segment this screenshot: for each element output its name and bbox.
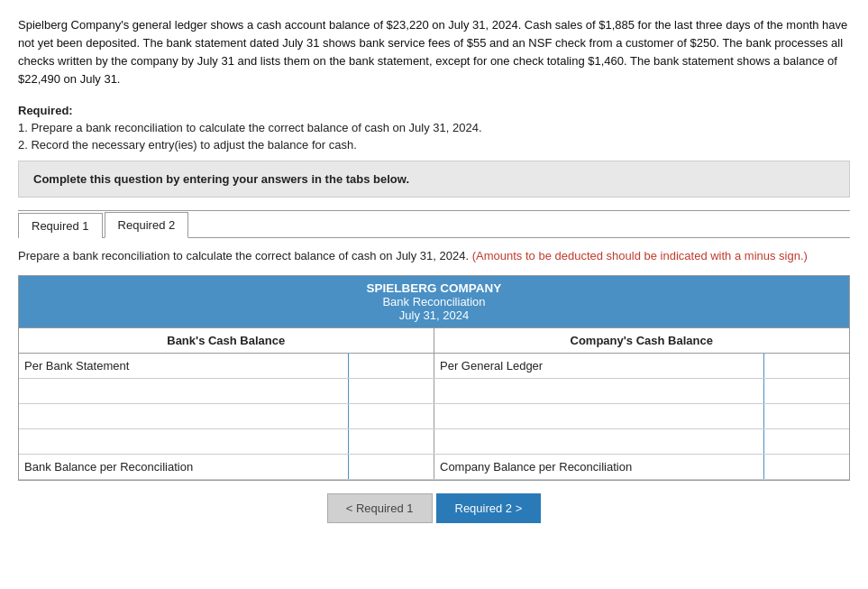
- left-label-input-3[interactable]: [24, 410, 343, 423]
- left-value-2[interactable]: [348, 379, 434, 403]
- highlight-text: (Amounts to be deducted should be indica…: [472, 249, 808, 262]
- tab-required2[interactable]: Required 2: [105, 212, 189, 238]
- left-value-input-2[interactable]: [349, 379, 434, 403]
- bank-statement-label: Per Bank Statement: [19, 354, 348, 378]
- bank-recon-value[interactable]: [349, 455, 434, 479]
- required-title: Required:: [18, 104, 73, 117]
- company-recon-value[interactable]: [764, 455, 849, 479]
- tabs-container: Required 1 Required 2 Prepare a bank rec…: [18, 210, 850, 524]
- left-row-4: [19, 429, 434, 454]
- left-label-2[interactable]: [19, 379, 348, 403]
- left-label-input-2[interactable]: [24, 384, 343, 398]
- instruction-text: Complete this question by entering your …: [33, 172, 409, 186]
- nav-buttons: < Required 1 Required 2 >: [18, 493, 850, 523]
- right-label-input-4[interactable]: [440, 435, 758, 448]
- right-label-input-3[interactable]: [440, 410, 758, 423]
- table-row-totals: Bank Balance per Reconciliation Company …: [19, 455, 849, 480]
- right-value-3[interactable]: [763, 404, 849, 428]
- instruction-box: Complete this question by entering your …: [18, 161, 850, 198]
- right-col-header: Company's Cash Balance: [434, 328, 850, 354]
- right-value-2[interactable]: [763, 379, 849, 403]
- right-value-input-2[interactable]: [764, 379, 849, 403]
- table-date: July 31, 2024: [23, 308, 845, 322]
- bank-recon-input[interactable]: [348, 455, 434, 479]
- right-label-2[interactable]: [434, 379, 763, 403]
- right-row-2: [434, 379, 849, 403]
- table-row: Per Bank Statement Per General Ledger: [19, 354, 849, 379]
- company-recon-input[interactable]: [763, 455, 849, 479]
- reconciliation-table: SPIELBERG COMPANY Bank Reconciliation Ju…: [18, 275, 850, 481]
- table-row: [19, 429, 849, 455]
- general-ledger-input[interactable]: [763, 354, 849, 378]
- right-row-5: Company Balance per Reconciliation: [434, 455, 849, 479]
- bank-statement-input[interactable]: [348, 354, 434, 378]
- next-button[interactable]: Required 2 >: [436, 493, 542, 523]
- tabs-row: Required 1 Required 2: [18, 211, 850, 238]
- required-item2: 2. Record the necessary entry(ies) to ad…: [18, 138, 850, 152]
- left-row-2: [19, 379, 434, 403]
- left-label-4[interactable]: [19, 429, 348, 454]
- right-row-3: [434, 404, 849, 428]
- col-headers: Bank's Cash Balance Company's Cash Balan…: [19, 327, 849, 354]
- right-label-4[interactable]: [434, 429, 763, 454]
- left-label-input-4[interactable]: [24, 435, 343, 448]
- table-row: [19, 404, 849, 429]
- right-value-4[interactable]: [763, 429, 849, 454]
- tab-description: Prepare a bank reconciliation to calcula…: [18, 247, 850, 265]
- left-value-3[interactable]: [348, 404, 434, 428]
- bank-recon-label: Bank Balance per Reconciliation: [19, 455, 348, 479]
- right-row-1: Per General Ledger: [434, 354, 849, 378]
- left-row-5: Bank Balance per Reconciliation: [19, 455, 434, 479]
- company-recon-label: Company Balance per Reconciliation: [434, 455, 763, 479]
- bank-statement-value[interactable]: [349, 354, 434, 378]
- intro-paragraph: Spielberg Company's general ledger shows…: [18, 16, 850, 89]
- left-col-header: Bank's Cash Balance: [19, 328, 434, 354]
- right-label-input-2[interactable]: [440, 384, 758, 398]
- company-name: SPIELBERG COMPANY: [23, 281, 845, 295]
- right-value-input-4[interactable]: [764, 429, 849, 454]
- required-section: Required: 1. Prepare a bank reconciliati…: [18, 104, 850, 152]
- right-value-input-3[interactable]: [764, 404, 849, 428]
- left-value-4[interactable]: [348, 429, 434, 454]
- table-subtitle: Bank Reconciliation: [23, 295, 845, 308]
- prev-button[interactable]: < Required 1: [327, 493, 433, 523]
- tab-required1[interactable]: Required 1: [18, 213, 103, 238]
- required-item1: 1. Prepare a bank reconciliation to calc…: [18, 121, 850, 134]
- left-label-3[interactable]: [19, 404, 348, 428]
- tab1-content: Prepare a bank reconciliation to calcula…: [18, 238, 850, 524]
- table-header: SPIELBERG COMPANY Bank Reconciliation Ju…: [19, 276, 849, 327]
- general-ledger-value[interactable]: [764, 354, 849, 378]
- left-value-input-4[interactable]: [349, 429, 434, 454]
- left-row-1: Per Bank Statement: [19, 354, 434, 378]
- table-row: [19, 379, 849, 404]
- right-label-3[interactable]: [434, 404, 763, 428]
- left-value-input-3[interactable]: [349, 404, 434, 428]
- left-row-3: [19, 404, 434, 428]
- right-row-4: [434, 429, 849, 454]
- general-ledger-label: Per General Ledger: [434, 354, 763, 378]
